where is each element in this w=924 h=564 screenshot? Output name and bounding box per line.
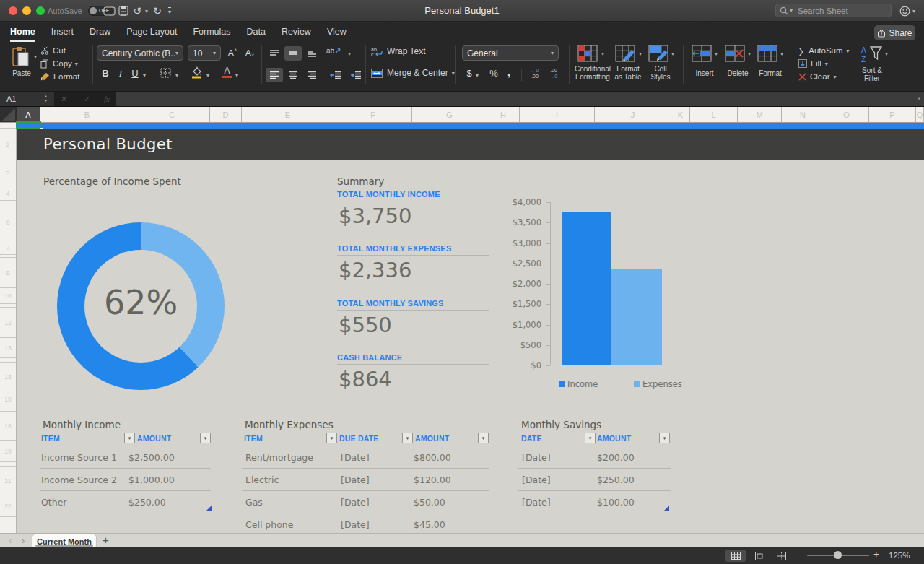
smiley-chevron-icon[interactable]: ▾ xyxy=(912,8,915,14)
table-cell[interactable]: Rent/mortgage xyxy=(245,452,313,463)
insert-cells-chevron-icon[interactable]: ▾ xyxy=(715,51,718,57)
row-header-19[interactable]: 19 xyxy=(0,441,16,462)
decrease-font-size-button[interactable]: A˅ xyxy=(243,46,257,59)
increase-decimal-button[interactable]: ←0.00 xyxy=(527,68,543,82)
filter-button-item[interactable]: ▾ xyxy=(326,433,337,443)
table-cell[interactable]: $45.00 xyxy=(414,519,445,530)
table-cell[interactable]: $50.00 xyxy=(414,497,445,508)
fill-button[interactable]: Fill ▾ xyxy=(798,58,828,69)
zoom-slider-thumb[interactable] xyxy=(834,551,842,559)
conditional-formatting-chevron-icon[interactable]: ▾ xyxy=(601,51,604,57)
merge-center-button[interactable]: Merge & Center ▾ xyxy=(371,68,455,78)
table-cell[interactable]: [Date] xyxy=(341,497,370,508)
sort-filter-chevron-icon[interactable]: ▾ xyxy=(885,51,888,57)
underline-menu-chevron-icon[interactable]: ▾ xyxy=(143,72,146,79)
table-cell[interactable]: Other xyxy=(41,497,67,508)
table-cell[interactable]: $200.00 xyxy=(597,452,635,463)
column-header-m[interactable]: M xyxy=(738,107,782,123)
tab-view[interactable]: View xyxy=(327,22,346,42)
currency-button[interactable]: $ xyxy=(465,68,474,79)
confirm-entry-icon[interactable]: ✓ xyxy=(84,95,90,104)
table-cell[interactable]: [Date] xyxy=(341,474,370,485)
percent-style-button[interactable]: % xyxy=(488,68,500,79)
row1-accent-band[interactable] xyxy=(17,123,924,129)
cancel-entry-icon[interactable]: ✕ xyxy=(61,95,67,104)
prev-sheet-arrow[interactable]: ‹ xyxy=(9,535,12,546)
sheet-title-band[interactable]: Personal Budget xyxy=(17,129,924,160)
column-header-g[interactable]: G xyxy=(412,107,487,123)
bar-income[interactable] xyxy=(562,212,611,365)
format-cells-button[interactable] xyxy=(757,45,777,62)
table-cell[interactable]: Income Source 1 xyxy=(41,452,117,463)
column-header-k[interactable]: K xyxy=(671,107,690,123)
filter-button-amount[interactable]: ▾ xyxy=(200,433,211,443)
cut-button[interactable]: Cut xyxy=(40,45,66,56)
underline-button[interactable]: U xyxy=(130,68,140,79)
table-cell[interactable]: [Date] xyxy=(522,452,551,463)
table-cell[interactable]: [Date] xyxy=(341,452,370,463)
table-cell[interactable]: Income Source 2 xyxy=(41,474,117,485)
increase-indent-button[interactable] xyxy=(347,68,365,82)
filter-button-amount[interactable]: ▾ xyxy=(478,433,489,443)
page-break-view-button[interactable] xyxy=(771,550,791,562)
select-all-corner[interactable] xyxy=(0,107,17,123)
format-as-table-button[interactable] xyxy=(615,45,635,62)
filter-button-due-date[interactable]: ▾ xyxy=(402,433,413,443)
autosum-button[interactable]: ∑ AutoSum ▾ xyxy=(798,45,850,56)
sort-filter-button[interactable]: AZ xyxy=(860,45,882,64)
filter-button-amount[interactable]: ▾ xyxy=(659,433,670,443)
row-header-2[interactable]: 2 xyxy=(0,129,16,160)
formula-input[interactable] xyxy=(116,92,924,106)
delete-cells-button[interactable] xyxy=(725,45,745,62)
row-header-3[interactable]: 3 xyxy=(0,160,16,186)
currency-chevron-icon[interactable]: ▾ xyxy=(476,72,479,79)
table-cell[interactable]: $1,000.00 xyxy=(128,474,175,485)
row-header-12[interactable]: 12 xyxy=(0,308,16,338)
orientation-button[interactable]: ab↗ xyxy=(326,46,341,56)
comma-style-button[interactable]: , xyxy=(505,66,513,79)
table-cell[interactable]: Gas xyxy=(245,497,263,508)
row-header-4[interactable]: 4 xyxy=(0,186,16,201)
row-header-15[interactable]: 15 xyxy=(0,363,16,391)
table-cell[interactable]: Cell phone xyxy=(245,519,293,530)
column-header-o[interactable]: O xyxy=(824,107,869,123)
cell-styles-button[interactable] xyxy=(648,45,668,62)
column-header-n[interactable]: N xyxy=(782,107,824,123)
font-color-button[interactable]: A xyxy=(222,66,232,78)
normal-view-button[interactable] xyxy=(725,550,746,562)
table-resize-handle[interactable] xyxy=(206,506,212,511)
column-header-q[interactable]: Q xyxy=(916,107,924,123)
column-header-d[interactable]: D xyxy=(210,107,242,123)
tab-insert[interactable]: Insert xyxy=(51,22,74,42)
row-header-22[interactable]: 22 xyxy=(0,495,16,517)
clear-button[interactable]: Clear ▾ xyxy=(798,71,837,82)
insert-function-icon[interactable]: fx xyxy=(104,95,110,103)
tab-draw[interactable]: Draw xyxy=(90,22,110,42)
align-top-button[interactable] xyxy=(266,46,283,61)
row-header-18[interactable]: 18 xyxy=(0,412,16,441)
font-name-select[interactable]: Century Gothic (B...▾ xyxy=(97,45,183,61)
column-header-j[interactable]: J xyxy=(595,107,671,123)
filter-button-date[interactable]: ▾ xyxy=(585,433,596,443)
table-resize-handle[interactable] xyxy=(664,506,669,511)
fill-color-chevron-icon[interactable]: ▾ xyxy=(206,72,209,79)
fill-color-button[interactable] xyxy=(191,66,202,79)
number-format-select[interactable]: General▾ xyxy=(462,45,559,61)
column-header-f[interactable]: F xyxy=(334,107,412,123)
insert-cells-button[interactable] xyxy=(692,45,712,62)
tab-home[interactable]: Home xyxy=(10,22,35,42)
tab-page-layout[interactable]: Page Layout xyxy=(126,22,177,42)
italic-button[interactable]: I xyxy=(116,68,126,79)
column-header-l[interactable]: L xyxy=(690,107,738,123)
format-cells-chevron-icon[interactable]: ▾ xyxy=(780,51,783,57)
cell-styles-chevron-icon[interactable]: ▾ xyxy=(671,51,674,57)
table-cell[interactable]: [Date] xyxy=(522,497,551,508)
filter-button-item[interactable]: ▾ xyxy=(124,433,135,443)
feedback-smiley-button[interactable] xyxy=(898,4,911,18)
borders-menu-chevron-icon[interactable]: ▾ xyxy=(175,72,178,79)
align-right-button[interactable] xyxy=(303,68,321,82)
row-header-21[interactable]: 21 xyxy=(0,467,16,495)
row-header-24[interactable]: 24 xyxy=(0,521,16,533)
table-cell[interactable]: $250.00 xyxy=(597,474,635,485)
wrap-text-button[interactable]: abc Wrap Text xyxy=(371,46,426,56)
